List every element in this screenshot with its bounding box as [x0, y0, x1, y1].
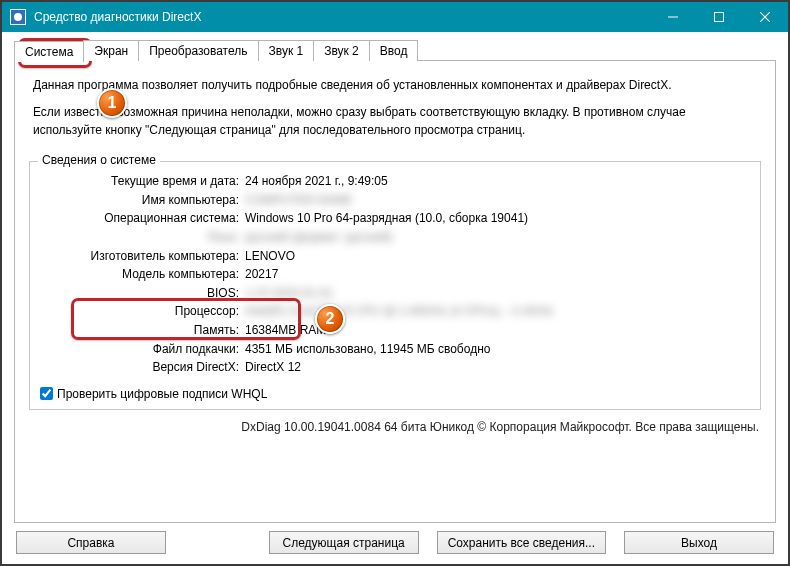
group-title: Сведения о системе [38, 153, 160, 167]
value-lang: русский (формат: русский) [245, 228, 750, 247]
value-datetime: 24 ноября 2021 г., 9:49:05 [245, 172, 750, 191]
label-pagefile: Файл подкачки: [40, 340, 245, 359]
value-pagefile: 4351 МБ использовано, 11945 МБ свободно [245, 340, 750, 359]
client-area: Система Экран Преобразователь Звук 1 Зву… [2, 32, 788, 564]
value-os: Windows 10 Pro 64-разрядная (10.0, сборк… [245, 209, 750, 228]
maximize-button[interactable] [696, 2, 742, 32]
tab-system[interactable]: Система [14, 41, 84, 62]
svg-rect-4 [715, 13, 724, 22]
whql-label: Проверить цифровые подписи WHQL [57, 387, 267, 401]
help-button[interactable]: Справка [16, 531, 166, 554]
intro-text: Данная программа позволяет получить подр… [33, 77, 757, 139]
label-bios: BIOS: [40, 284, 245, 303]
label-processor: Процессор: [40, 302, 245, 321]
system-info-group: Сведения о системе Текущие время и дата:… [29, 161, 761, 410]
next-page-button[interactable]: Следующая страница [269, 531, 419, 554]
tab-sound1[interactable]: Звук 1 [258, 40, 315, 61]
app-icon [10, 9, 26, 25]
save-all-button[interactable]: Сохранить все сведения... [437, 531, 606, 554]
value-memory: 16384MB RAM [245, 321, 750, 340]
tab-strip: Система Экран Преобразователь Звук 1 Зву… [14, 40, 776, 61]
tab-display[interactable]: Экран [83, 40, 139, 61]
value-model: 20217 [245, 265, 750, 284]
button-row: Справка Следующая страница Сохранить все… [14, 531, 776, 554]
value-bios: 1.23 2020-01-01 [245, 284, 750, 303]
tab-render[interactable]: Преобразователь [138, 40, 258, 61]
tab-sound2[interactable]: Звук 2 [313, 40, 370, 61]
intro-p2: Если известна возможная причина неполадк… [33, 104, 757, 139]
titlebar: Средство диагностики DirectX [2, 2, 788, 32]
svg-point-2 [14, 13, 22, 21]
window-title: Средство диагностики DirectX [34, 10, 650, 24]
whql-checkbox-row[interactable]: Проверить цифровые подписи WHQL [40, 387, 750, 401]
label-memory: Память: [40, 321, 245, 340]
intro-p1: Данная программа позволяет получить подр… [33, 77, 757, 94]
tab-input[interactable]: Ввод [369, 40, 419, 61]
label-computername: Имя компьютера: [40, 191, 245, 210]
value-computername: COMPUTER-NAME [245, 191, 750, 210]
label-os: Операционная система: [40, 209, 245, 228]
footer-text: DxDiag 10.00.19041.0084 64 бита Юникод ©… [29, 420, 759, 434]
whql-checkbox[interactable] [40, 387, 53, 400]
exit-button[interactable]: Выход [624, 531, 774, 554]
value-processor: Intel(R) Core(TM) i5 CPU @ 2.40GHz (4 CP… [245, 302, 750, 321]
value-manufacturer: LENOVO [245, 247, 750, 266]
close-button[interactable] [742, 2, 788, 32]
label-model: Модель компьютера: [40, 265, 245, 284]
minimize-button[interactable] [650, 2, 696, 32]
label-lang: Язык: [40, 228, 245, 247]
value-directx: DirectX 12 [245, 358, 750, 377]
tab-panel: Данная программа позволяет получить подр… [14, 60, 776, 523]
label-datetime: Текущие время и дата: [40, 172, 245, 191]
label-directx: Версия DirectX: [40, 358, 245, 377]
label-manufacturer: Изготовитель компьютера: [40, 247, 245, 266]
